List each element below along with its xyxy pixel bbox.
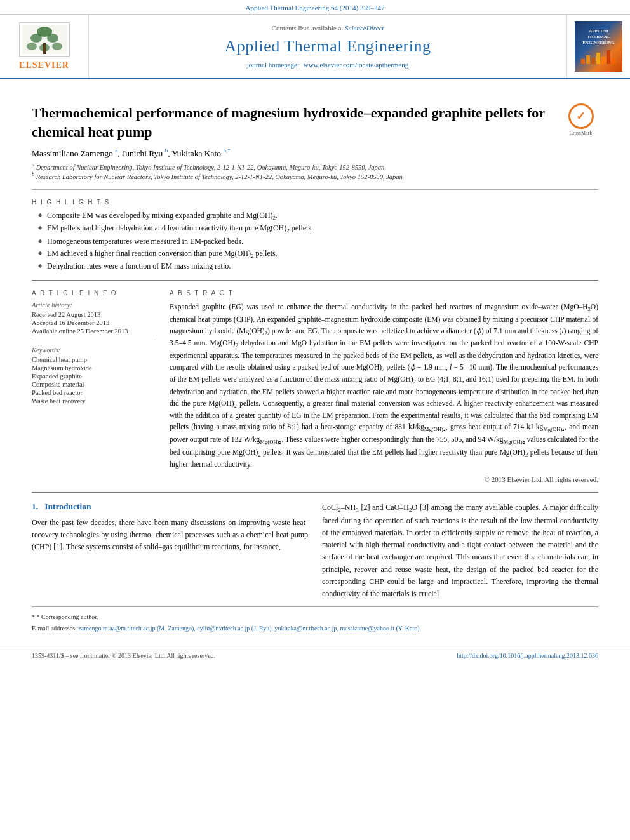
elsevier-logo-section: ELSEVIER xyxy=(0,15,89,78)
introduction-section: 1. Introduction Over the past few decade… xyxy=(32,502,598,600)
journal-citation: Applied Thermal Engineering 64 (2014) 33… xyxy=(246,4,385,11)
divider-1 xyxy=(32,189,598,190)
highlight-item: Composite EM was developed by mixing exp… xyxy=(38,211,598,221)
svg-point-4 xyxy=(27,43,37,50)
email-addresses: zamengo.m.aa@m.titech.ac.jp (M. Zamengo)… xyxy=(78,625,421,632)
received-date: Received 22 August 2013 xyxy=(32,311,156,318)
elsevier-logo-image xyxy=(19,22,70,57)
intro-heading: 1. Introduction xyxy=(32,502,308,512)
keyword-3: Expanded graphite xyxy=(32,373,156,380)
article-info-label: A R T I C L E I N F O xyxy=(32,290,156,297)
journal-title-section: Contents lists available at ScienceDirec… xyxy=(89,15,566,78)
highlight-item: EM achieved a higher final reaction conv… xyxy=(38,249,598,259)
crossmark: ✓ CrossMark xyxy=(563,103,598,136)
page-footer: 1359-4311/$ – see front matter © 2013 El… xyxy=(0,648,630,663)
main-content: Thermochemical performance of magnesium … xyxy=(0,79,630,648)
keywords-label: Keywords: xyxy=(32,347,156,354)
elsevier-wordmark: ELSEVIER xyxy=(19,60,69,70)
page: Applied Thermal Engineering 64 (2014) 33… xyxy=(0,0,630,840)
sciencedirect-link[interactable]: ScienceDirect xyxy=(345,24,384,32)
authors: Massimiliano Zamengo a, Junichi Ryu b, Y… xyxy=(32,147,598,159)
corresponding-label: * Corresponding author. xyxy=(37,613,98,620)
intro-text-left: Over the past few decades, there have be… xyxy=(32,517,308,554)
email-footnote: E-mail addresses: zamengo.m.aa@m.titech.… xyxy=(32,623,598,633)
email-label: E-mail addresses: xyxy=(32,625,77,632)
intro-right-col: CoCl2–NH3 [2] and CaO–H2O [3] among the … xyxy=(322,502,598,600)
contents-text: Contents lists available at xyxy=(272,24,344,32)
keyword-2: Magnesium hydroxide xyxy=(32,364,156,371)
article-history-label: Article history: xyxy=(32,302,156,309)
divider-3 xyxy=(32,340,156,340)
available-date: Available online 25 December 2013 xyxy=(32,328,156,335)
section-title: Introduction xyxy=(41,502,91,511)
journal-thumb-text: APPLIED THERMAL ENGINEERING xyxy=(582,29,615,46)
elsevier-logo: ELSEVIER xyxy=(19,22,70,70)
journal-thumbnail: APPLIED THERMAL ENGINEERING xyxy=(575,21,622,72)
crossmark-icon[interactable]: ✓ xyxy=(568,103,594,129)
svg-point-2 xyxy=(30,34,42,43)
highlights-list: Composite EM was developed by mixing exp… xyxy=(38,211,598,271)
article-info-col: A R T I C L E I N F O Article history: R… xyxy=(32,290,156,483)
journal-header: ELSEVIER Contents lists available at Sci… xyxy=(0,15,630,79)
highlights-label: H I G H L I G H T S xyxy=(32,199,598,206)
article-info-abstract-section: A R T I C L E I N F O Article history: R… xyxy=(32,290,598,483)
keyword-6: Waste heat recovery xyxy=(32,397,156,404)
crossmark-label: CrossMark xyxy=(570,130,593,136)
doi-link[interactable]: http://dx.doi.org/10.1016/j.applthermale… xyxy=(457,652,598,659)
keyword-5: Packed bed reactor xyxy=(32,389,156,396)
keyword-1: Chemical heat pump xyxy=(32,356,156,363)
affiliation-a: a Department of Nuclear Engineering, Tok… xyxy=(32,162,598,171)
svg-point-6 xyxy=(52,43,62,50)
affiliation-b: b Research Laboratory for Nuclear Reacto… xyxy=(32,171,598,180)
sciencedirect-line: Contents lists available at ScienceDirec… xyxy=(272,24,384,32)
abstract-text: Expanded graphite (EG) was used to enhan… xyxy=(170,302,598,470)
abstract-label: A B S T R A C T xyxy=(170,290,598,297)
homepage-url[interactable]: www.elsevier.com/locate/apthermeng xyxy=(304,61,408,69)
section-number: 1. xyxy=(32,502,38,511)
divider-4 xyxy=(32,492,598,493)
corresponding-author-note: * * Corresponding author. xyxy=(32,612,598,622)
abstract-col: A B S T R A C T Expanded graphite (EG) w… xyxy=(170,290,598,483)
journal-thumbnail-section: APPLIED THERMAL ENGINEERING xyxy=(566,15,630,78)
svg-point-3 xyxy=(47,34,58,43)
issn-text: 1359-4311/$ – see front matter © 2013 El… xyxy=(32,652,215,659)
footnote-section: * * Corresponding author. E-mail address… xyxy=(32,606,598,633)
article-title-section: Thermochemical performance of magnesium … xyxy=(32,103,598,141)
svg-rect-7 xyxy=(43,43,46,54)
journal-homepage: journal homepage: www.elsevier.com/locat… xyxy=(247,61,408,69)
copyright: © 2013 Elsevier Ltd. All rights reserved… xyxy=(170,476,598,483)
affil-a-text: Department of Nuclear Engineering, Tokyo… xyxy=(36,163,385,170)
intro-left-col: 1. Introduction Over the past few decade… xyxy=(32,502,308,600)
keyword-4: Composite material xyxy=(32,381,156,388)
highlight-item: Dehydration rates were a function of EM … xyxy=(38,262,598,271)
divider-2 xyxy=(32,280,598,281)
journal-top-bar: Applied Thermal Engineering 64 (2014) 33… xyxy=(0,0,630,15)
accepted-date: Accepted 16 December 2013 xyxy=(32,319,156,326)
journal-title: Applied Thermal Engineering xyxy=(225,37,431,56)
highlights-section: H I G H L I G H T S Composite EM was dev… xyxy=(32,199,598,271)
highlight-item: EM pellets had higher dehydration and hy… xyxy=(38,223,598,234)
article-title: Thermochemical performance of magnesium … xyxy=(32,103,554,141)
intro-text-right: CoCl2–NH3 [2] and CaO–H2O [3] among the … xyxy=(322,502,598,600)
homepage-label: journal homepage: xyxy=(247,61,299,69)
affil-b-text: Research Laboratory for Nuclear Reactors… xyxy=(36,173,403,180)
highlight-item: Homogeneous temperatures were measured i… xyxy=(38,237,598,246)
